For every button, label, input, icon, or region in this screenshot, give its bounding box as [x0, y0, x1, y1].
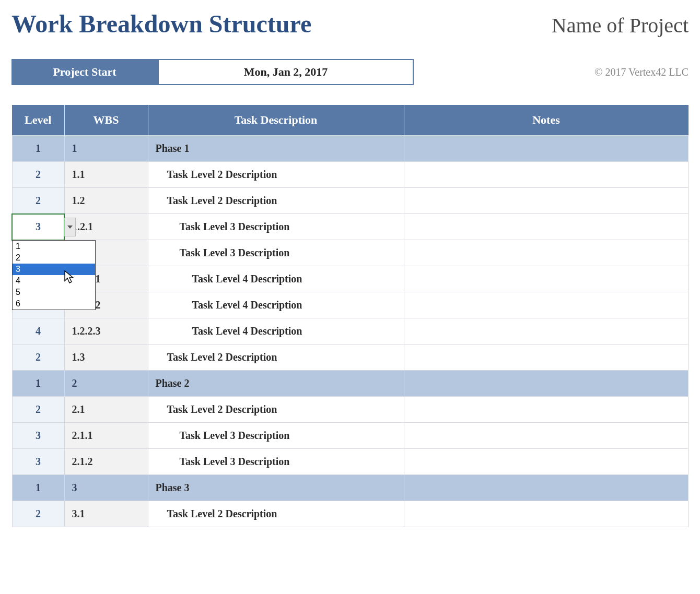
cell-notes[interactable] — [404, 423, 689, 449]
cell-wbs[interactable]: 2.1.2 — [64, 449, 148, 475]
col-header-notes[interactable]: Notes — [404, 105, 689, 136]
cell-level[interactable]: 2 — [12, 162, 64, 188]
table-row: 31.2.2Task Level 3 Description — [12, 240, 689, 266]
cell-wbs[interactable]: 1.1 — [64, 162, 148, 188]
cell-notes[interactable] — [404, 501, 689, 527]
project-start-label: Project Start — [11, 59, 158, 85]
table-row: 41.2.2.3Task Level 4 Description — [12, 318, 689, 344]
page-title: Work Breakdown Structure — [11, 9, 311, 38]
cell-notes[interactable] — [404, 162, 689, 188]
cell-notes[interactable] — [404, 188, 689, 214]
dropdown-option[interactable]: 1 — [13, 241, 95, 252]
cell-notes[interactable] — [404, 136, 689, 162]
dropdown-option[interactable]: 2 — [13, 252, 95, 264]
col-header-wbs[interactable]: WBS — [64, 105, 148, 136]
cell-description[interactable]: Task Level 2 Description — [148, 397, 404, 423]
cell-description[interactable]: Task Level 4 Description — [148, 292, 404, 318]
dropdown-option[interactable]: 3 — [13, 264, 95, 275]
cell-description[interactable]: Task Level 3 Description — [148, 214, 404, 240]
cell-level[interactable]: 3 — [12, 214, 64, 240]
cell-level[interactable]: 1 — [12, 371, 64, 397]
table-row: 31.2.1Task Level 3 Description — [12, 214, 689, 240]
dropdown-option[interactable]: 6 — [13, 298, 95, 310]
cell-notes[interactable] — [404, 449, 689, 475]
wbs-table: Level WBS Task Description Notes 11Phase… — [11, 105, 689, 527]
cell-description[interactable]: Task Level 4 Description — [148, 318, 404, 344]
dropdown-option[interactable]: 5 — [13, 287, 95, 298]
cell-notes[interactable] — [404, 292, 689, 318]
cell-notes[interactable] — [404, 371, 689, 397]
cell-wbs[interactable]: 1.2 — [64, 188, 148, 214]
cell-description[interactable]: Task Level 2 Description — [148, 188, 404, 214]
table-row: 13Phase 3 — [12, 475, 689, 501]
cell-level[interactable]: 4 — [12, 318, 64, 344]
table-row: 32.1.1Task Level 3 Description — [12, 423, 689, 449]
table-row: 21.2Task Level 2 Description — [12, 188, 689, 214]
cell-wbs[interactable]: 2 — [64, 371, 148, 397]
cell-description[interactable]: Task Level 2 Description — [148, 162, 404, 188]
cell-description[interactable]: Phase 1 — [148, 136, 404, 162]
col-header-description[interactable]: Task Description — [148, 105, 404, 136]
cell-level[interactable]: 2 — [12, 188, 64, 214]
cell-notes[interactable] — [404, 240, 689, 266]
table-row: 22.1Task Level 2 Description — [12, 397, 689, 423]
dropdown-button[interactable] — [64, 218, 76, 236]
cell-level[interactable]: 3 — [12, 423, 64, 449]
cell-level[interactable]: 2 — [12, 397, 64, 423]
cell-description[interactable]: Task Level 4 Description — [148, 266, 404, 292]
cell-level[interactable]: 1 — [12, 475, 64, 501]
cell-description[interactable]: Phase 3 — [148, 475, 404, 501]
col-header-level[interactable]: Level — [12, 105, 64, 136]
table-row: 12Phase 2 — [12, 371, 689, 397]
project-name: Name of Project — [552, 13, 689, 38]
cell-notes[interactable] — [404, 266, 689, 292]
level-dropdown[interactable]: 123456 — [12, 240, 96, 310]
cell-description[interactable]: Task Level 3 Description — [148, 449, 404, 475]
table-row: 21.1Task Level 2 Description — [12, 162, 689, 188]
cell-level[interactable]: 2 — [12, 501, 64, 527]
cell-wbs[interactable]: 1.2.1 — [64, 214, 148, 240]
cell-wbs[interactable]: 1.2.2.3 — [64, 318, 148, 344]
cell-description[interactable]: Task Level 2 Description — [148, 501, 404, 527]
cell-wbs[interactable]: 1 — [64, 136, 148, 162]
dropdown-option[interactable]: 4 — [13, 275, 95, 287]
cell-notes[interactable] — [404, 344, 689, 371]
cell-level-value: 3 — [36, 221, 41, 232]
table-row: 41.2.2.2Task Level 4 Description — [12, 292, 689, 318]
cell-notes[interactable] — [404, 214, 689, 240]
table-row: 11Phase 1 — [12, 136, 689, 162]
copyright-text: © 2017 Vertex42 LLC — [594, 66, 689, 78]
table-row: 23.1Task Level 2 Description — [12, 501, 689, 527]
cell-wbs[interactable]: 1.3 — [64, 344, 148, 371]
cell-description[interactable]: Task Level 3 Description — [148, 240, 404, 266]
cell-notes[interactable] — [404, 475, 689, 501]
cell-notes[interactable] — [404, 397, 689, 423]
table-row: 41.2.2.1Task Level 4 Description — [12, 266, 689, 292]
cell-wbs[interactable]: 2.1 — [64, 397, 148, 423]
table-row: 21.3Task Level 2 Description — [12, 344, 689, 371]
cell-description[interactable]: Phase 2 — [148, 371, 404, 397]
cell-wbs[interactable]: 3 — [64, 475, 148, 501]
cell-wbs[interactable]: 2.1.1 — [64, 423, 148, 449]
cell-description[interactable]: Task Level 2 Description — [148, 344, 404, 371]
cell-wbs[interactable]: 3.1 — [64, 501, 148, 527]
cell-level[interactable]: 3 — [12, 449, 64, 475]
cell-notes[interactable] — [404, 318, 689, 344]
project-start-date[interactable]: Mon, Jan 2, 2017 — [158, 59, 414, 85]
cell-level[interactable]: 1 — [12, 136, 64, 162]
cell-level[interactable]: 2 — [12, 344, 64, 371]
table-row: 32.1.2Task Level 3 Description — [12, 449, 689, 475]
cell-description[interactable]: Task Level 3 Description — [148, 423, 404, 449]
